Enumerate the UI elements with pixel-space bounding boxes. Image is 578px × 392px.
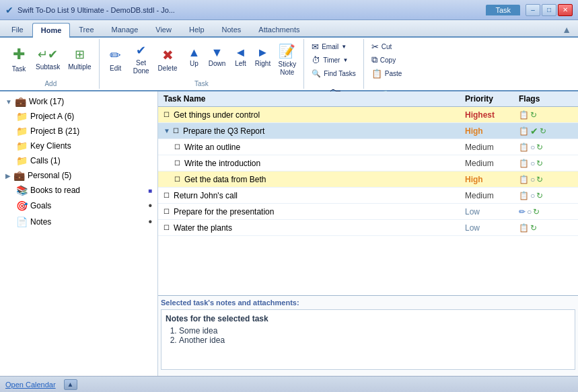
task-flags-1: 📋 ↻ bbox=[519, 110, 573, 120]
email-dropdown-icon: ▼ bbox=[341, 44, 347, 50]
tab-notes[interactable]: Notes bbox=[213, 22, 250, 36]
delete-icon: ✖ bbox=[162, 47, 174, 63]
checkbox-1[interactable]: ☐ bbox=[164, 111, 170, 118]
edit-buttons: ✂ Cut ⧉ Copy 📋 Paste bbox=[368, 40, 406, 79]
app-icon: ✔ bbox=[5, 5, 13, 15]
copy-button[interactable]: ⧉ Copy bbox=[368, 54, 399, 66]
flag-circle5-icon: ○ bbox=[530, 175, 535, 184]
checkbox-7[interactable]: ☐ bbox=[164, 208, 170, 215]
task-priority-4: Medium bbox=[465, 159, 519, 168]
add-group-label: Add bbox=[7, 80, 95, 87]
window-title: Swift To-Do List 9 Ultimate - DemoDB.std… bbox=[17, 6, 486, 14]
maximize-button[interactable]: □ bbox=[542, 4, 556, 16]
tab-tree[interactable]: Tree bbox=[70, 22, 102, 36]
task-row[interactable]: ☐ Get the data from Beth High 📋 ○ ↻ bbox=[158, 171, 578, 188]
row2-expand-icon: ▼ bbox=[164, 127, 170, 134]
main-layout: ▼ 💼 Work (17) 📁 Project A (6) 📁 Project … bbox=[0, 91, 578, 376]
sticky-note-button[interactable]: 📝 StickyNote bbox=[275, 42, 300, 78]
col-priority-header: Priority bbox=[465, 94, 519, 104]
task-tab[interactable]: Task bbox=[486, 5, 520, 15]
task-flags-5: 📋 ○ ↻ bbox=[519, 175, 573, 184]
task-row[interactable]: ☐ Write the introduction Medium 📋 ○ ↻ bbox=[158, 155, 578, 171]
edit-button[interactable]: ✏ Edit bbox=[104, 42, 128, 78]
tab-home[interactable]: Home bbox=[32, 23, 71, 38]
find-row: 🔍 Find Tasks bbox=[308, 67, 359, 79]
flag-doc5-icon: 📋 bbox=[519, 175, 529, 184]
task-row[interactable]: ▼ ☐ Prepare the Q3 Report High 📋 ✔ ↻ bbox=[158, 123, 578, 139]
checkbox-8[interactable]: ☐ bbox=[164, 224, 170, 231]
flag-ref8-icon: ↻ bbox=[530, 223, 537, 233]
notes-icon: 📄 bbox=[16, 217, 28, 227]
close-button[interactable]: ✕ bbox=[558, 4, 573, 16]
task-priority-7: Low bbox=[465, 207, 519, 217]
sidebar-item-project-a[interactable]: 📁 Project A (6) bbox=[0, 109, 157, 124]
find-tasks-button[interactable]: 🔍 Find Tasks bbox=[308, 67, 359, 79]
checkbox-5[interactable]: ☐ bbox=[174, 175, 180, 183]
sidebar: ▼ 💼 Work (17) 📁 Project A (6) 📁 Project … bbox=[0, 91, 158, 376]
edit-icon: ✏ bbox=[110, 47, 121, 63]
sidebar-item-work[interactable]: ▼ 💼 Work (17) bbox=[0, 94, 157, 109]
task-row[interactable]: ☐ Water the plants Low 📋 ↻ bbox=[158, 220, 578, 236]
collapse-ribbon-button[interactable]: ▲ bbox=[558, 23, 575, 36]
flag-doc6-icon: 📋 bbox=[519, 191, 529, 200]
personal-label: Personal (5) bbox=[28, 171, 152, 180]
flag-ref4-icon: ↻ bbox=[536, 159, 543, 168]
checkbox-4[interactable]: ☐ bbox=[174, 159, 180, 167]
project-a-label: Project A (6) bbox=[30, 112, 152, 121]
multiple-button[interactable]: ⊞ Multiple bbox=[65, 42, 94, 78]
up-arrow-icon: ▲ bbox=[188, 46, 201, 60]
checkmark-icon: ✔ bbox=[136, 44, 146, 58]
flag-doc8-icon: 📋 bbox=[519, 223, 529, 233]
tab-file[interactable]: File bbox=[3, 22, 32, 36]
personal-expand-icon: ▶ bbox=[5, 172, 11, 180]
timer-button[interactable]: ⏱ Timer ▼ bbox=[308, 54, 351, 66]
right-button[interactable]: ► Right bbox=[252, 42, 274, 77]
checkbox-2[interactable]: ☐ bbox=[173, 127, 179, 134]
flag-refresh2-icon: ↻ bbox=[540, 126, 546, 136]
statusbar: Open Calendar ▲ bbox=[0, 376, 578, 392]
checkbox-6[interactable]: ☐ bbox=[164, 192, 170, 199]
key-clients-label: Key Clients bbox=[30, 141, 152, 151]
task-button[interactable]: ✚ Task bbox=[7, 42, 31, 78]
flag-circle3-icon: ○ bbox=[530, 143, 535, 152]
flag-refresh-icon: ↻ bbox=[530, 110, 537, 120]
set-done-button[interactable]: ✔ SetDone bbox=[129, 42, 153, 78]
tab-manage[interactable]: Manage bbox=[103, 22, 147, 36]
sidebar-item-personal[interactable]: ▶ 💼 Personal (5) bbox=[0, 168, 157, 183]
notes-content: Notes for the selected task Some idea An… bbox=[161, 309, 575, 370]
up-button[interactable]: ▲ Up bbox=[184, 42, 205, 77]
paste-button[interactable]: 📋 Paste bbox=[368, 67, 406, 79]
task-row[interactable]: ☐ Get things under control Highest 📋 ↻ bbox=[158, 107, 578, 123]
sidebar-item-project-b[interactable]: 📁 Project B (21) bbox=[0, 124, 157, 139]
task-row[interactable]: ☐ Prepare for the presentation Low ✏ ○ ↻ bbox=[158, 204, 578, 220]
left-button[interactable]: ◄ Left bbox=[231, 42, 251, 77]
ribbon-group-task: ✏ Edit ✔ SetDone ✖ Delete ▲ Up ▼ bbox=[100, 39, 305, 89]
tab-help[interactable]: Help bbox=[180, 22, 213, 36]
lr-pair: ◄ Left ► Right bbox=[231, 42, 274, 77]
calendar-toggle-button[interactable]: ▲ bbox=[64, 379, 77, 390]
task-icon: ✚ bbox=[13, 46, 25, 63]
email-button[interactable]: ✉ Email ▼ bbox=[308, 40, 350, 52]
checkbox-3[interactable]: ☐ bbox=[174, 143, 180, 151]
cut-button[interactable]: ✂ Cut bbox=[368, 40, 396, 52]
task-priority-8: Low bbox=[465, 223, 519, 233]
personal-icon: 💼 bbox=[13, 170, 25, 181]
sidebar-item-calls[interactable]: 📁 Calls (1) bbox=[0, 153, 157, 168]
task-row[interactable]: ☐ Write an outline Medium 📋 ○ ↻ bbox=[158, 139, 578, 155]
subtask-button[interactable]: ↵✔ Subtask bbox=[32, 42, 63, 78]
tab-attachments[interactable]: Attachments bbox=[250, 22, 308, 36]
delete-button[interactable]: ✖ Delete bbox=[155, 42, 181, 78]
open-calendar-link[interactable]: Open Calendar bbox=[5, 381, 56, 389]
task-flags-6: 📋 ○ ↻ bbox=[519, 191, 573, 200]
task-flags-2: 📋 ✔ ↻ bbox=[519, 126, 573, 136]
flag-circle6-icon: ○ bbox=[530, 191, 535, 200]
sidebar-item-notes[interactable]: 📄 Notes • bbox=[0, 214, 157, 230]
minimize-button[interactable]: – bbox=[526, 4, 540, 16]
sidebar-item-goals[interactable]: 🎯 Goals • bbox=[0, 198, 157, 214]
task-row[interactable]: ☐ Return John's call Medium 📋 ○ ↻ bbox=[158, 188, 578, 204]
sidebar-item-books[interactable]: 📚 Books to read ■ bbox=[0, 183, 157, 198]
down-button[interactable]: ▼ Down bbox=[207, 42, 228, 77]
sidebar-item-key-clients[interactable]: 📁 Key Clients bbox=[0, 139, 157, 153]
task-name-6: Return John's call bbox=[174, 191, 465, 200]
tab-view[interactable]: View bbox=[147, 22, 180, 36]
